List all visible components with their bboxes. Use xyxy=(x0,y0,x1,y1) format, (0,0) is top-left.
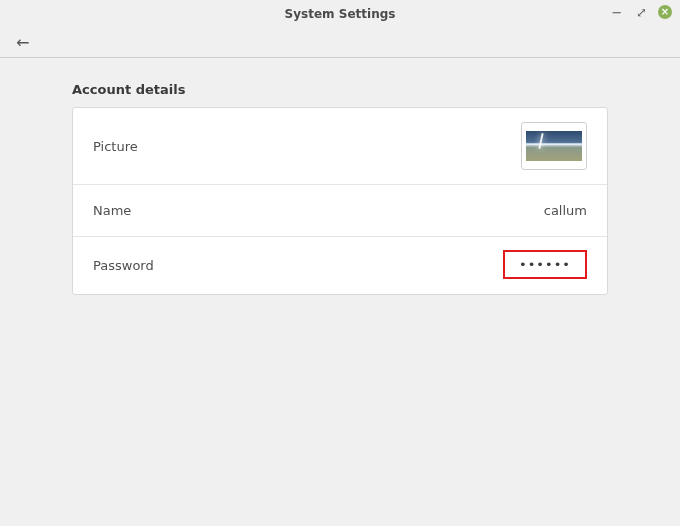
picture-label: Picture xyxy=(93,139,138,154)
account-card: Picture Name callum Password •••••• xyxy=(72,107,608,295)
picture-row[interactable]: Picture xyxy=(73,108,607,185)
window-title: System Settings xyxy=(285,7,396,21)
close-button[interactable]: × xyxy=(658,5,672,19)
back-button[interactable]: ← xyxy=(10,31,35,54)
avatar-image xyxy=(526,131,582,161)
account-details-section: Account details Picture Name callum Pass… xyxy=(72,82,608,295)
window-controls: − ⤢ × xyxy=(610,5,672,19)
password-label: Password xyxy=(93,258,154,273)
password-value[interactable]: •••••• xyxy=(503,250,587,279)
titlebar: System Settings − ⤢ × xyxy=(0,0,680,28)
name-value: callum xyxy=(544,203,587,218)
minimize-button[interactable]: − xyxy=(610,5,624,19)
toolbar: ← xyxy=(0,28,680,58)
content-area: Account details Picture Name callum Pass… xyxy=(0,58,680,295)
name-label: Name xyxy=(93,203,131,218)
section-title: Account details xyxy=(72,82,608,97)
name-row[interactable]: Name callum xyxy=(73,185,607,237)
avatar-frame[interactable] xyxy=(521,122,587,170)
maximize-button[interactable]: ⤢ xyxy=(634,5,648,19)
password-row[interactable]: Password •••••• xyxy=(73,237,607,294)
